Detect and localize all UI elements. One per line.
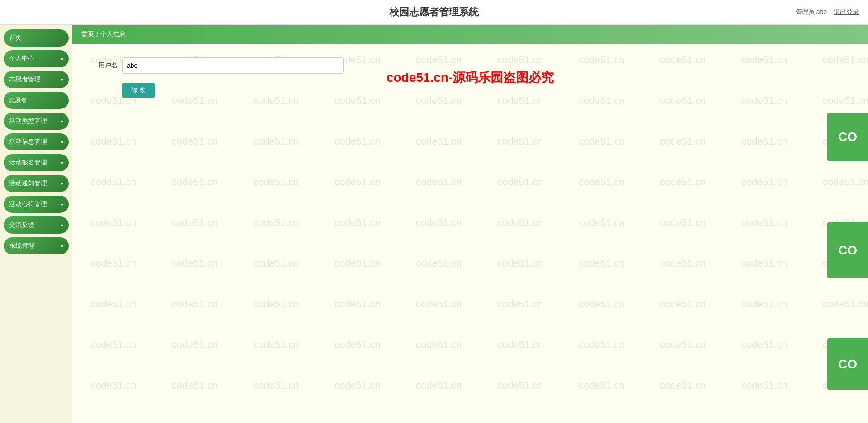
sidebar-item-activity-experience[interactable]: 活动心得管理 ▾ (4, 196, 69, 213)
sidebar-item-activity-info-label: 活动信息管理 (9, 138, 47, 146)
header-admin-label: 管理员 abo (796, 8, 827, 16)
main-layout: 首页 个人中心 ▾ 志愿者管理 ▾ 志愿者 活动类型管理 ▾ 活动信息管理 ▾ … (0, 25, 868, 423)
sidebar-item-personal[interactable]: 个人中心 ▾ (4, 50, 69, 67)
sidebar-item-activity-type[interactable]: 活动类型管理 ▾ (4, 113, 69, 130)
sidebar-item-volunteer-label: 志愿者管理 (9, 75, 41, 84)
modify-button-row: 修 改 (90, 83, 850, 98)
sidebar-item-personal-label: 个人中心 (9, 55, 34, 63)
content-area: 用户名 修 改 code51.cn-源码乐园盗图必究 (72, 44, 868, 112)
sidebar-item-volunteer[interactable]: 志愿者管理 ▾ (4, 71, 69, 88)
username-form-row: 用户名 (90, 57, 850, 74)
header-title: 校园志愿者管理系统 (389, 5, 479, 19)
chevron-down-icon: ▾ (61, 160, 63, 165)
breadcrumb: 首页 / 个人信息 (72, 25, 868, 44)
logout-button[interactable]: 退出登录 (834, 8, 859, 16)
main-content: 首页 / 个人信息 用户名 修 改 code51.cn-源码乐园盗图必究 (72, 25, 868, 423)
modify-button[interactable]: 修 改 (122, 83, 155, 98)
sidebar: 首页 个人中心 ▾ 志愿者管理 ▾ 志愿者 活动类型管理 ▾ 活动信息管理 ▾ … (0, 25, 72, 423)
chevron-down-icon: ▾ (61, 56, 63, 61)
breadcrumb-separator: / (96, 31, 98, 38)
sidebar-item-register[interactable]: 志愿者 (4, 92, 69, 109)
sidebar-item-activity-info[interactable]: 活动信息管理 ▾ (4, 133, 69, 150)
co-badge-3-label: CO (838, 357, 857, 371)
sidebar-item-activity-signup[interactable]: 活动报名管理 ▾ (4, 154, 69, 171)
co-badge-3: CO (827, 338, 868, 390)
sidebar-item-activity-type-label: 活动类型管理 (9, 117, 47, 125)
co-badge-2: CO (827, 222, 868, 278)
sidebar-item-system[interactable]: 系统管理 ▾ (4, 237, 69, 254)
chevron-down-icon: ▾ (61, 77, 63, 82)
co-badge-1: CO (827, 113, 868, 161)
username-label: 用户名 (90, 61, 118, 70)
co-badge-2-label: CO (838, 243, 857, 258)
header-right: 管理员 abo 退出登录 (796, 8, 859, 16)
sidebar-item-home[interactable]: 首页 (4, 29, 69, 47)
chevron-down-icon: ▾ (61, 223, 63, 228)
chevron-down-icon: ▾ (61, 244, 63, 249)
co-badge-1-label: CO (838, 130, 857, 144)
top-header: 校园志愿者管理系统 管理员 abo 退出登录 (0, 0, 868, 25)
breadcrumb-home[interactable]: 首页 (81, 30, 94, 38)
sidebar-item-activity-experience-label: 活动心得管理 (9, 200, 47, 208)
username-input[interactable] (122, 57, 344, 74)
sidebar-item-system-label: 系统管理 (9, 242, 34, 250)
sidebar-item-activity-notify[interactable]: 活动通知管理 ▾ (4, 175, 69, 192)
chevron-down-icon: ▾ (61, 119, 63, 124)
sidebar-item-activity-signup-label: 活动报名管理 (9, 159, 47, 167)
sidebar-item-feedback-label: 交流反馈 (9, 221, 34, 229)
sidebar-item-home-label: 首页 (9, 34, 22, 42)
sidebar-item-activity-notify-label: 活动通知管理 (9, 179, 47, 188)
sidebar-item-register-label: 志愿者 (9, 96, 27, 104)
sidebar-item-feedback[interactable]: 交流反馈 ▾ (4, 216, 69, 234)
chevron-down-icon: ▾ (61, 181, 63, 186)
chevron-down-icon: ▾ (61, 202, 63, 207)
breadcrumb-current: 个人信息 (100, 30, 126, 38)
chevron-down-icon: ▾ (61, 140, 63, 145)
